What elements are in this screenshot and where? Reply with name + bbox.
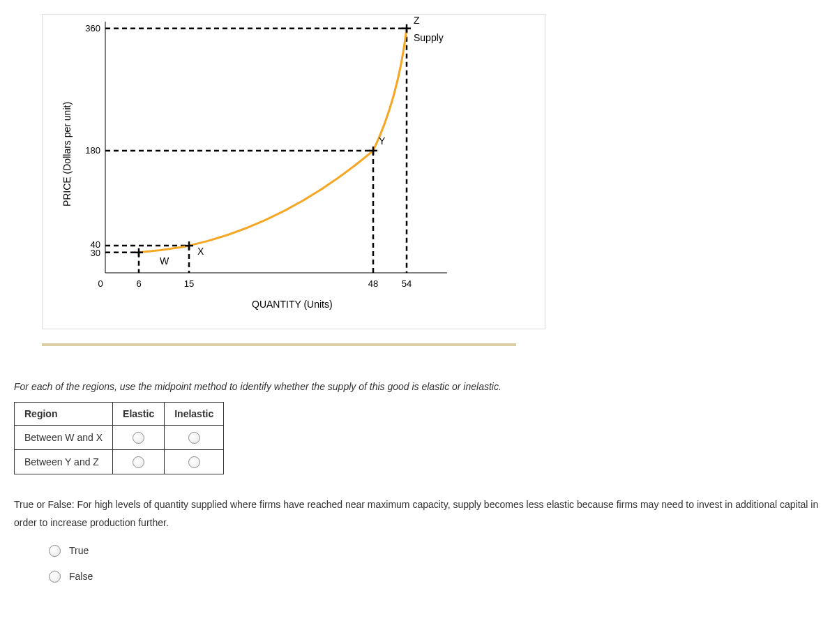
- row-yz-label: Between Y and Z: [15, 449, 113, 474]
- label-z: Z: [414, 15, 420, 26]
- chart-divider: [42, 343, 516, 346]
- elasticity-table: Region Elastic Inelastic Between W and X…: [14, 402, 224, 474]
- table-row: Between W and X: [15, 426, 224, 450]
- supply-curve: [139, 29, 407, 253]
- question-1-text: For each of the regions, use the midpoin…: [14, 381, 823, 392]
- table-row: Between Y and Z: [15, 449, 224, 474]
- xtick-15: 15: [184, 278, 194, 289]
- label-w: W: [160, 255, 169, 267]
- point-markers: [135, 24, 411, 257]
- ytick-360: 360: [85, 23, 100, 33]
- th-elastic: Elastic: [113, 403, 165, 426]
- label-supply: Supply: [414, 32, 444, 43]
- label-false: False: [69, 571, 93, 582]
- th-inelastic: Inelastic: [165, 403, 224, 426]
- radio-wx-inelastic[interactable]: [188, 432, 200, 444]
- xtick-0: 0: [98, 278, 103, 289]
- x-axis-label: QUANTITY (Units): [252, 299, 333, 310]
- xtick-54: 54: [402, 278, 412, 289]
- row-wx-label: Between W and X: [15, 426, 113, 450]
- radio-true[interactable]: [49, 545, 61, 557]
- ytick-180: 180: [85, 145, 100, 156]
- radio-yz-inelastic[interactable]: [188, 456, 200, 468]
- supply-chart: 360 180 40 30 0 6 15 48 54 W X Y Z Suppl…: [42, 14, 545, 329]
- chart-svg: 360 180 40 30 0 6 15 48 54 W X Y Z Suppl…: [56, 15, 503, 315]
- th-region: Region: [15, 403, 113, 426]
- xtick-6: 6: [136, 278, 141, 289]
- true-false-options: True False: [49, 545, 823, 583]
- xtick-48: 48: [368, 278, 378, 289]
- label-y: Y: [379, 135, 386, 147]
- question-2-text: True or False: For high levels of quanti…: [14, 495, 823, 532]
- y-axis-label: PRICE (Dollars per unit): [61, 102, 73, 207]
- label-true: True: [69, 545, 89, 556]
- label-x: X: [197, 246, 204, 257]
- radio-yz-elastic[interactable]: [133, 456, 144, 468]
- radio-false[interactable]: [49, 571, 61, 583]
- ytick-30: 30: [91, 248, 100, 258]
- radio-wx-elastic[interactable]: [133, 432, 144, 444]
